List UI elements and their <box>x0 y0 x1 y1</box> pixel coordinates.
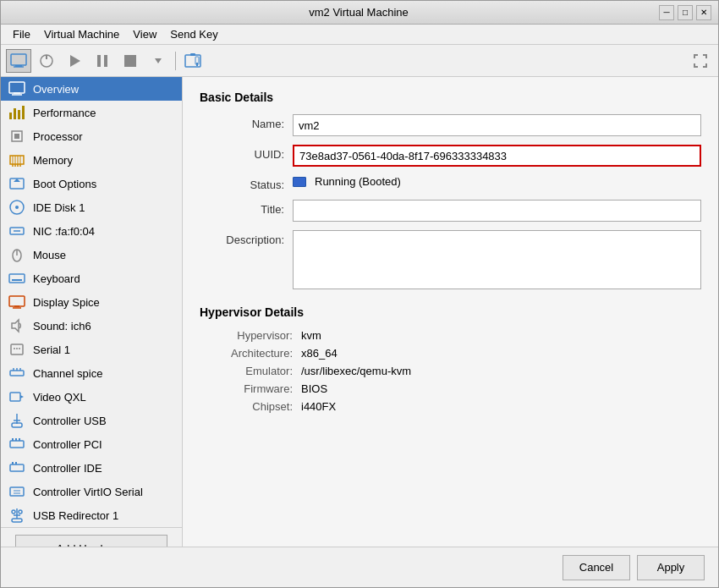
sidebar-item-keyboard[interactable]: Keyboard <box>1 267 182 290</box>
svg-point-70 <box>12 510 15 514</box>
sidebar-item-video-qxl[interactable]: Video QXL <box>1 385 182 409</box>
svg-rect-64 <box>10 464 24 471</box>
svg-point-71 <box>19 510 22 514</box>
window-controls: ─ □ ✕ <box>659 5 711 20</box>
svg-point-50 <box>14 348 15 349</box>
svg-marker-48 <box>12 320 19 332</box>
status-display: Running (Booted) <box>293 175 701 188</box>
controller-usb-icon <box>8 411 26 430</box>
sidebar-item-controller-virtio[interactable]: Controller VirtIO Serial <box>1 480 182 503</box>
minimize-button[interactable]: ─ <box>659 5 674 20</box>
chevron-down-icon <box>153 56 163 66</box>
sidebar-item-sound[interactable]: Sound: ich6 <box>1 314 182 338</box>
titlebar: vm2 Virtual Machine ─ □ ✕ <box>1 1 718 25</box>
hypervisor-value: kvm <box>301 329 321 342</box>
svg-rect-10 <box>190 53 195 56</box>
maximize-button[interactable]: □ <box>678 5 693 20</box>
sidebar: Overview Performance Processor <box>1 77 183 547</box>
status-text: Running (Booted) <box>315 175 401 188</box>
usb-redirector-icon <box>8 506 26 525</box>
sidebar-item-display-spice[interactable]: Display Spice <box>1 290 182 314</box>
toolbar-stop-button[interactable] <box>118 49 143 73</box>
sidebar-item-memory[interactable]: Memory <box>1 148 182 172</box>
processor-icon <box>8 127 26 146</box>
name-label: Name: <box>200 114 293 130</box>
svg-rect-72 <box>12 519 22 522</box>
main-panel: Basic Details Name: UUID: Status: R <box>183 77 718 547</box>
main-window: vm2 Virtual Machine ─ □ ✕ File Virtual M… <box>0 0 719 588</box>
svg-rect-39 <box>9 274 25 283</box>
chipset-row: Chipset: i440FX <box>208 400 701 413</box>
description-label: Description: <box>200 230 293 246</box>
svg-point-51 <box>16 348 18 349</box>
toolbar-dropdown-button[interactable] <box>145 49 171 73</box>
sidebar-item-boot-options[interactable]: Boot Options <box>1 172 182 195</box>
sidebar-label-controller-virtio: Controller VirtIO Serial <box>33 486 143 498</box>
ide-disk-icon <box>8 198 26 217</box>
menu-send-key[interactable]: Send Key <box>165 26 222 42</box>
toolbar-screenshot-button[interactable] <box>180 49 206 73</box>
svg-rect-22 <box>10 156 24 164</box>
sidebar-item-performance[interactable]: Performance <box>1 101 182 124</box>
toolbar-power-button[interactable] <box>34 49 59 73</box>
sidebar-item-nic[interactable]: NIC :fa:f0:04 <box>1 219 182 243</box>
sidebar-item-controller-ide[interactable]: Controller IDE <box>1 456 182 480</box>
sidebar-item-channel-spice[interactable]: Channel spice <box>1 361 182 385</box>
toolbar-separator <box>175 52 176 70</box>
name-input[interactable] <box>293 114 701 136</box>
svg-rect-5 <box>97 55 101 67</box>
svg-marker-58 <box>20 395 24 398</box>
boot-icon <box>8 174 26 193</box>
add-hardware-button[interactable]: Add Hardware <box>15 535 167 547</box>
sound-icon <box>8 316 26 335</box>
sidebar-label-nic: NIC :fa:f0:04 <box>33 225 95 238</box>
svg-rect-67 <box>10 487 24 496</box>
sidebar-label-keyboard: Keyboard <box>33 272 80 285</box>
sidebar-label-performance: Performance <box>33 107 96 119</box>
description-row: Description: <box>200 230 701 292</box>
svg-rect-17 <box>14 108 16 119</box>
sidebar-item-controller-usb[interactable]: Controller USB <box>1 409 182 432</box>
sidebar-item-controller-pci[interactable]: Controller PCI <box>1 432 182 456</box>
firmware-value: BIOS <box>301 382 327 395</box>
sidebar-item-mouse[interactable]: Mouse <box>1 243 182 267</box>
toolbar-overview-button[interactable] <box>6 49 31 73</box>
cancel-button[interactable]: Cancel <box>563 555 630 580</box>
hypervisor-table: Hypervisor: kvm Architecture: x86_64 Emu… <box>208 329 701 413</box>
apply-button[interactable]: Apply <box>637 555 705 580</box>
svg-rect-18 <box>18 110 20 119</box>
title-input[interactable] <box>293 200 701 222</box>
sidebar-item-serial-1[interactable]: Serial 1 <box>1 338 182 361</box>
close-button[interactable]: ✕ <box>696 5 711 20</box>
menu-view[interactable]: View <box>128 26 162 42</box>
menu-file[interactable]: File <box>8 26 36 42</box>
sidebar-label-processor: Processor <box>33 130 83 143</box>
toolbar-play-button[interactable] <box>62 49 87 73</box>
svg-rect-57 <box>10 393 20 401</box>
toolbar-fullscreen-button[interactable] <box>688 49 713 73</box>
sidebar-item-processor[interactable]: Processor <box>1 124 182 148</box>
sidebar-item-ide-disk-1[interactable]: IDE Disk 1 <box>1 195 182 219</box>
emulator-value: /usr/libexec/qemu-kvm <box>301 365 411 377</box>
title-field <box>293 200 701 222</box>
firmware-row: Firmware: BIOS <box>208 382 701 395</box>
performance-icon <box>8 103 26 122</box>
toolbar-pause-button[interactable] <box>90 49 115 73</box>
menu-virtual-machine[interactable]: Virtual Machine <box>39 26 124 42</box>
uuid-label: UUID: <box>200 145 293 161</box>
sidebar-label-channel-spice: Channel spice <box>33 367 102 380</box>
sidebar-item-overview[interactable]: Overview <box>1 77 182 101</box>
title-label: Title: <box>200 200 293 216</box>
uuid-input[interactable] <box>293 145 701 167</box>
description-textarea[interactable] <box>293 230 701 289</box>
sidebar-item-usb-redirector[interactable]: USB Redirector 1 <box>1 503 182 527</box>
svg-rect-12 <box>196 63 198 66</box>
status-row: Status: Running (Booted) <box>200 175 701 191</box>
memory-icon <box>8 151 26 169</box>
status-value-area: Running (Booted) <box>293 175 701 188</box>
controller-virtio-icon <box>8 482 26 501</box>
svg-rect-16 <box>9 113 12 119</box>
sidebar-label-video-qxl: Video QXL <box>33 391 86 404</box>
svg-marker-8 <box>155 58 162 63</box>
sidebar-label-mouse: Mouse <box>33 249 66 261</box>
